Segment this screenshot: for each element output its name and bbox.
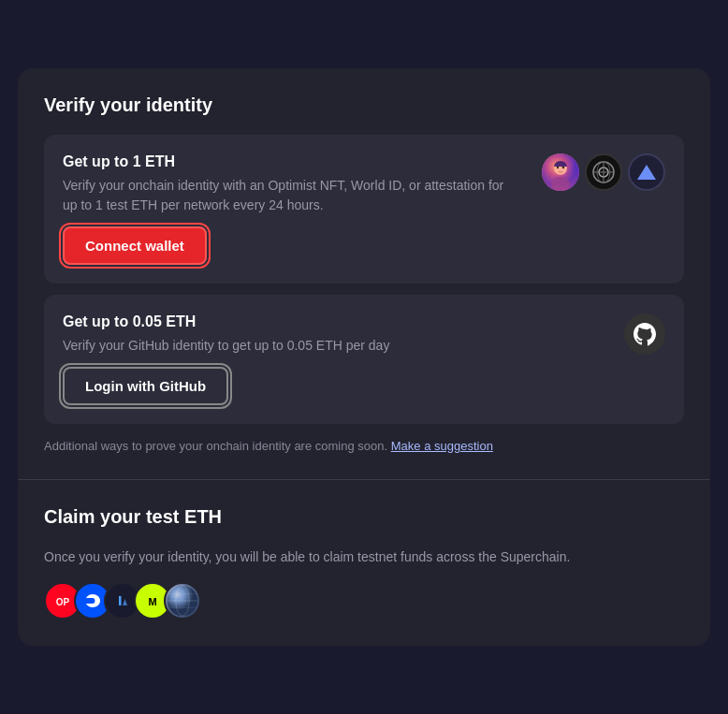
verify-title: Verify your identity bbox=[44, 95, 684, 116]
eth-card-desc: Verify your onchain identity with an Opt… bbox=[63, 176, 512, 215]
claim-title: Claim your test ETH bbox=[44, 506, 684, 528]
github-card-desc: Verify your GitHub identity to get up to… bbox=[63, 336, 512, 356]
github-card: Get up to 0.05 ETH Verify your GitHub id… bbox=[44, 295, 684, 424]
eth-card-header: Get up to 1 ETH Verify your onchain iden… bbox=[63, 153, 665, 215]
verify-section: Verify your identity Get up to 1 ETH Ver… bbox=[44, 95, 684, 479]
connect-wallet-button-wrapper: Connect wallet bbox=[63, 226, 665, 265]
eth-card: Get up to 1 ETH Verify your onchain iden… bbox=[44, 135, 684, 284]
svg-text:OP: OP bbox=[56, 597, 70, 607]
svg-text:M: M bbox=[148, 596, 156, 607]
svg-point-0 bbox=[542, 153, 579, 191]
identity-cards: Get up to 1 ETH Verify your onchain iden… bbox=[44, 135, 684, 424]
github-icon bbox=[624, 313, 665, 355]
network-world-icon bbox=[164, 582, 201, 619]
attestation-icon bbox=[628, 153, 665, 191]
nft-avatar-icon bbox=[542, 153, 579, 191]
github-card-title: Get up to 0.05 ETH bbox=[63, 313, 613, 330]
svg-point-3 bbox=[557, 167, 559, 168]
github-login-button-wrapper: Login with GitHub bbox=[63, 367, 665, 405]
svg-point-4 bbox=[562, 167, 564, 168]
connect-wallet-button[interactable]: Connect wallet bbox=[63, 226, 207, 265]
claim-section: Claim your test ETH Once you verify your… bbox=[44, 506, 684, 619]
github-card-text: Get up to 0.05 ETH Verify your GitHub id… bbox=[63, 313, 613, 356]
claim-desc: Once you verify your identity, you will … bbox=[44, 546, 605, 567]
main-card: Verify your identity Get up to 1 ETH Ver… bbox=[18, 68, 710, 646]
suggestion-link[interactable]: Make a suggestion bbox=[391, 439, 493, 453]
svg-point-21 bbox=[173, 591, 180, 598]
svg-point-13 bbox=[113, 591, 132, 610]
worldcoin-icon bbox=[585, 153, 622, 191]
login-github-button[interactable]: Login with GitHub bbox=[63, 367, 228, 405]
github-card-header: Get up to 0.05 ETH Verify your GitHub id… bbox=[63, 313, 665, 356]
section-divider bbox=[18, 479, 710, 480]
svg-marker-10 bbox=[637, 165, 656, 180]
eth-card-icons bbox=[542, 153, 665, 191]
additional-text: Additional ways to prove your onchain id… bbox=[44, 439, 684, 453]
eth-card-text: Get up to 1 ETH Verify your onchain iden… bbox=[63, 153, 531, 215]
svg-point-2 bbox=[551, 177, 570, 191]
network-icons: OP bbox=[44, 582, 684, 619]
github-card-icons bbox=[624, 313, 665, 355]
eth-card-title: Get up to 1 ETH bbox=[63, 153, 531, 170]
